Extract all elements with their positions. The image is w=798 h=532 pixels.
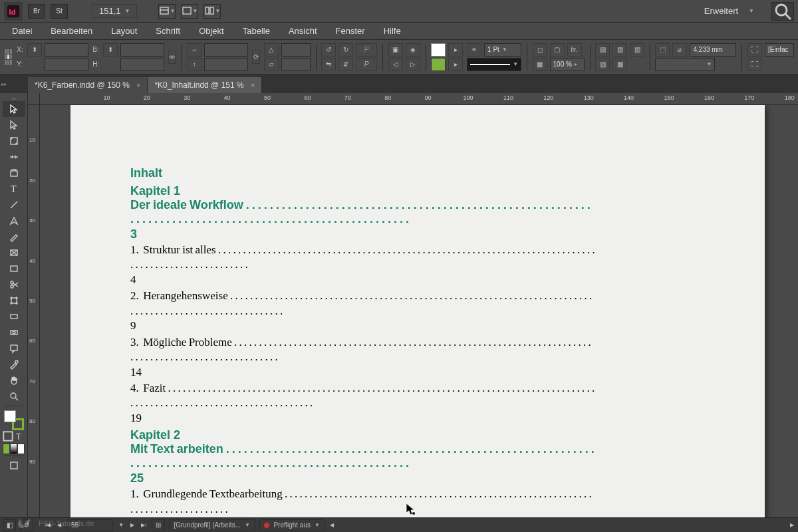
reference-point-icon[interactable] [4, 49, 13, 66]
scale-x-icon[interactable]: ↔ [187, 43, 201, 57]
rotate-ccw-icon[interactable]: ↺ [321, 43, 336, 57]
close-icon[interactable]: × [136, 81, 140, 89]
page-dropdown-icon[interactable]: ▼ [117, 522, 125, 528]
pen-tool-icon[interactable] [3, 213, 25, 229]
opacity-combo[interactable]: 100 %▸ [550, 58, 585, 71]
x-input[interactable] [45, 43, 88, 57]
tabs-handle-icon[interactable]: ▸▸ [0, 74, 8, 93]
stock-button[interactable]: St [51, 4, 68, 19]
shear-input[interactable] [281, 58, 311, 71]
constrain-icon[interactable] [168, 51, 176, 64]
page-tool-icon[interactable] [3, 133, 25, 149]
gradient-feather-tool-icon[interactable] [3, 325, 25, 340]
text-frame[interactable]: InhaltKapitel 1Der ideale Workflow . . .… [130, 166, 596, 517]
rotate-cw-icon[interactable]: ↻ [338, 43, 353, 57]
wrap-bbox-icon[interactable]: ▥ [612, 43, 627, 57]
menu-schrift[interactable]: Schrift [148, 23, 188, 39]
zoom-tool-icon[interactable] [3, 388, 25, 404]
rounded-icon[interactable]: ▢ [550, 43, 565, 57]
preflight-field[interactable]: Preflight aus▼ [259, 519, 325, 531]
stroke-swatch[interactable] [431, 58, 446, 71]
scroll-right-icon[interactable]: ▶ [789, 522, 795, 528]
scale-y-input[interactable] [204, 58, 248, 71]
stroke-style-combo[interactable]: ▼ [467, 58, 521, 71]
eyedropper-tool-icon[interactable] [3, 356, 25, 372]
scale-x-input[interactable] [204, 43, 248, 57]
wrap-shape-icon[interactable]: ▧ [630, 43, 644, 57]
menu-objekt[interactable]: Objekt [191, 23, 232, 39]
format-container-text-icon[interactable]: T [3, 430, 25, 442]
note-tool-icon[interactable] [3, 340, 25, 356]
open-nav-icon[interactable]: ⊞ [152, 519, 165, 531]
link-xy-icon[interactable]: ⬍ [27, 43, 42, 57]
gradient-swatch-tool-icon[interactable] [3, 309, 25, 325]
next-page-icon[interactable]: ▶ [129, 522, 136, 528]
fx-icon[interactable]: fx. [567, 43, 582, 57]
object-style-combo[interactable]: [Einfac [765, 43, 794, 57]
corner-style-combo[interactable]: ▼ [655, 58, 715, 71]
toolbox-handle-icon[interactable]: ▸▸ [0, 94, 27, 101]
canvas[interactable]: InhaltKapitel 1Der ideale Workflow . . .… [40, 105, 798, 517]
screen-mode-icon[interactable]: ▼ [181, 4, 198, 19]
rotation-icon[interactable]: ⟳ [252, 51, 259, 64]
link-wh-icon[interactable]: ⬍ [103, 43, 118, 57]
menu-bearbeiten[interactable]: Bearbeiten [43, 23, 100, 39]
document-tab-active[interactable]: *K0_Inhalt.indd @ 151 %× [148, 77, 262, 93]
scissors-tool-icon[interactable] [3, 277, 25, 293]
stroke-weight-combo[interactable]: 1 Pt▼ [484, 43, 521, 57]
wrap-jump-icon[interactable]: ▨ [595, 58, 610, 71]
arrange-icon[interactable]: ▼ [203, 4, 221, 19]
shear-icon[interactable]: ▱ [264, 58, 279, 71]
corner-size-combo[interactable]: 4,233 mm [690, 43, 736, 57]
scroll-left-icon[interactable]: ◀ [329, 522, 335, 528]
menu-hilfe[interactable]: Hilfe [376, 23, 409, 39]
y-input[interactable] [45, 58, 88, 71]
menu-layout[interactable]: Layout [103, 23, 145, 39]
workspace-label[interactable]: Erweitert [704, 6, 738, 16]
bridge-button[interactable]: Br [28, 4, 45, 19]
menu-fenster[interactable]: Fenster [328, 23, 373, 39]
link-corners-icon[interactable]: ⌀ [672, 43, 687, 57]
hand-tool-icon[interactable] [3, 372, 25, 388]
menu-ansicht[interactable]: Ansicht [281, 23, 325, 39]
rectangle-tool-icon[interactable] [3, 261, 25, 277]
apply-color-row[interactable] [3, 444, 25, 454]
wrap-to-next-icon[interactable]: ▩ [612, 58, 627, 71]
select-container-icon[interactable]: ▣ [388, 43, 403, 57]
menu-tabelle[interactable]: Tabelle [235, 23, 278, 39]
type-tool-icon[interactable]: T [3, 181, 25, 197]
w-input[interactable] [120, 43, 164, 57]
gap-tool-icon[interactable] [3, 149, 25, 165]
wrap-none-icon[interactable]: ▤ [595, 43, 610, 57]
zoom-level-combo[interactable]: 151,1 ▼ [92, 4, 137, 18]
selection-tool-icon[interactable] [3, 101, 25, 117]
h-input[interactable] [120, 58, 164, 71]
page[interactable]: InhaltKapitel 1Der ideale Workflow . . .… [70, 105, 765, 517]
menu-datei[interactable]: Datei [4, 23, 40, 39]
corners-icon[interactable]: ◻ [533, 43, 547, 57]
profile-field[interactable]: [Grundprofil] (Arbeits...▼ [169, 519, 255, 531]
direct-selection-tool-icon[interactable] [3, 117, 25, 133]
ruler-origin-icon[interactable] [28, 93, 40, 105]
select-next-icon[interactable]: ▷ [406, 58, 420, 71]
rotate-icon[interactable]: △ [264, 43, 279, 57]
horizontal-ruler[interactable]: 1020304050607080901001101201301401501601… [40, 93, 798, 105]
close-icon[interactable]: × [251, 81, 255, 89]
document-tab[interactable]: *K6_Farben.indd @ 150 %× [28, 77, 148, 93]
fill-swatch[interactable] [431, 43, 446, 57]
view-options-icon[interactable]: ▼ [158, 4, 176, 19]
scale-y-icon[interactable]: ↕ [187, 58, 201, 71]
search-icon[interactable] [771, 2, 794, 21]
vertical-ruler[interactable]: 102030405060708090 [28, 105, 40, 517]
select-prev-icon[interactable]: ◁ [388, 58, 403, 71]
free-transform-tool-icon[interactable] [3, 293, 25, 309]
flip-h-icon[interactable]: ⇋ [321, 58, 336, 71]
stroke-dropdown-icon[interactable]: ▸ [448, 58, 463, 71]
corner-shape-icon[interactable]: ⬚ [655, 43, 670, 57]
pencil-tool-icon[interactable] [3, 229, 25, 245]
view-mode-icon[interactable] [3, 458, 25, 473]
rectangle-frame-tool-icon[interactable] [3, 245, 25, 261]
rotate-input[interactable] [281, 43, 311, 57]
fill-stroke-swatch[interactable] [4, 410, 24, 430]
last-page-icon[interactable]: ▶I [140, 522, 148, 528]
